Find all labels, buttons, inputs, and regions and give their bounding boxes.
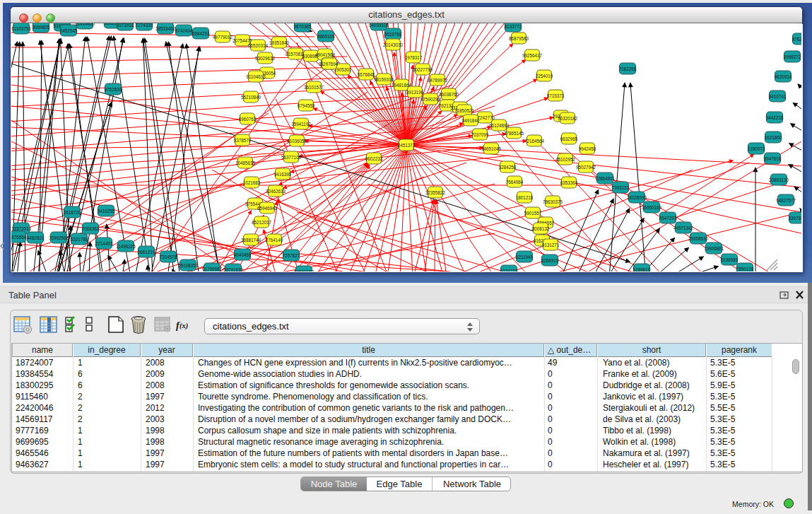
svg-text:7068362: 7068362 <box>82 226 100 231</box>
svg-text:2764149: 2764149 <box>266 238 283 243</box>
svg-text:92864801: 92864801 <box>595 176 616 181</box>
svg-text:56377105: 56377105 <box>281 155 302 160</box>
svg-text:64039108: 64039108 <box>369 23 389 28</box>
svg-text:8133772: 8133772 <box>505 24 522 29</box>
svg-text:4482603: 4482603 <box>27 235 45 240</box>
svg-text:44571342: 44571342 <box>673 226 694 230</box>
svg-text:9442218: 9442218 <box>766 115 784 120</box>
svg-text:9602233: 9602233 <box>365 156 383 161</box>
svg-text:32355822: 32355822 <box>425 190 446 195</box>
svg-text:6794558: 6794558 <box>298 103 315 108</box>
svg-text:19351840: 19351840 <box>269 40 290 45</box>
svg-text:6960763: 6960763 <box>239 117 257 122</box>
svg-text:98159316: 98159316 <box>374 77 394 82</box>
svg-text:36101577: 36101577 <box>304 85 324 90</box>
svg-text:20893130: 20893130 <box>769 177 789 182</box>
svg-text:26958530: 26958530 <box>688 236 709 241</box>
svg-text:76992568: 76992568 <box>49 235 69 240</box>
svg-text:8947818: 8947818 <box>764 156 782 161</box>
svg-text:50227799: 50227799 <box>413 67 433 72</box>
svg-text:2214493: 2214493 <box>95 241 113 246</box>
svg-text:91104613: 91104613 <box>246 74 266 79</box>
svg-text:45102952: 45102952 <box>555 157 576 162</box>
svg-text:6211949: 6211949 <box>516 255 534 259</box>
svg-text:1621800: 1621800 <box>765 135 782 140</box>
svg-text:9131271: 9131271 <box>542 243 560 247</box>
svg-text:9942458: 9942458 <box>579 146 596 151</box>
svg-text:20754475: 20754475 <box>233 38 253 43</box>
svg-text:6353364: 6353364 <box>560 180 578 185</box>
svg-text:3410255: 3410255 <box>98 209 115 214</box>
svg-text:5378570: 5378570 <box>234 138 252 143</box>
svg-text:(x): (x) <box>180 322 188 330</box>
svg-text:3397658: 3397658 <box>789 216 801 221</box>
svg-text:8762825: 8762825 <box>792 37 801 42</box>
svg-text:61414460: 61414460 <box>75 23 95 26</box>
svg-text:94827577: 94827577 <box>776 198 796 203</box>
svg-text:35941192: 35941192 <box>291 122 311 127</box>
svg-text:8752528: 8752528 <box>105 87 122 92</box>
svg-text:3297694: 3297694 <box>321 62 339 66</box>
svg-text:3284258: 3284258 <box>499 165 517 170</box>
svg-text:8491840: 8491840 <box>462 118 480 123</box>
svg-text:95027942: 95027942 <box>576 165 596 170</box>
svg-text:38533462: 38533462 <box>155 26 176 31</box>
svg-text:2451372: 2451372 <box>398 143 416 148</box>
svg-text:6998272: 6998272 <box>784 54 801 59</box>
svg-text:1021683: 1021683 <box>243 180 261 185</box>
svg-text:6266919: 6266919 <box>541 258 559 263</box>
svg-text:37865145: 37865145 <box>504 131 524 136</box>
svg-text:97590296: 97590296 <box>420 97 441 102</box>
svg-text:6632965: 6632965 <box>560 136 578 141</box>
svg-text:7876554: 7876554 <box>11 235 27 240</box>
svg-text:11496325: 11496325 <box>116 244 136 249</box>
svg-text:59791639: 59791639 <box>223 267 244 272</box>
svg-text:8410741: 8410741 <box>769 94 787 99</box>
svg-text:76320182: 76320182 <box>558 116 578 121</box>
svg-text:5519768: 5519768 <box>384 32 402 37</box>
svg-text:1390973: 1390973 <box>748 146 765 151</box>
svg-text:78630375: 78630375 <box>543 199 563 204</box>
svg-text:7257827: 7257827 <box>283 253 300 258</box>
svg-text:5321788: 5321788 <box>71 237 88 242</box>
svg-text:6224739: 6224739 <box>500 269 518 272</box>
svg-text:9416395: 9416395 <box>274 172 292 177</box>
svg-text:8008132: 8008132 <box>532 226 550 231</box>
svg-text:49041568: 49041568 <box>315 52 336 57</box>
svg-text:33372013: 33372013 <box>11 226 31 231</box>
svg-text:86879583: 86879583 <box>509 36 529 41</box>
svg-text:7037099: 7037099 <box>471 132 489 137</box>
svg-text:6661219: 6661219 <box>138 250 155 255</box>
svg-text:28228930: 28228930 <box>627 195 647 200</box>
svg-text:69589152: 69589152 <box>294 269 314 272</box>
svg-text:85212017: 85212017 <box>252 220 272 225</box>
svg-text:7082268: 7082268 <box>619 66 637 71</box>
svg-text:20143030: 20143030 <box>383 42 404 47</box>
svg-text:4040458: 4040458 <box>234 252 252 257</box>
svg-text:84789973: 84789973 <box>428 78 448 83</box>
svg-text:99256417: 99256417 <box>522 53 543 58</box>
svg-text:73906881: 73906881 <box>704 246 724 251</box>
svg-text:36038760: 36038760 <box>439 92 459 97</box>
svg-text:36881744: 36881744 <box>241 238 261 243</box>
svg-text:7393151: 7393151 <box>612 185 630 190</box>
svg-text:1801218: 1801218 <box>516 195 534 200</box>
svg-text:9870385: 9870385 <box>294 24 312 29</box>
svg-text:55210849: 55210849 <box>241 95 261 100</box>
svg-text:4620914: 4620914 <box>775 74 792 79</box>
svg-text:32462633: 32462633 <box>266 189 286 194</box>
svg-text:2452545: 2452545 <box>60 28 78 33</box>
svg-text:61103753: 61103753 <box>11 26 31 31</box>
svg-text:3999805: 3999805 <box>33 25 50 30</box>
svg-text:5576848: 5576848 <box>358 72 375 77</box>
svg-text:6684233: 6684233 <box>192 31 210 36</box>
svg-text:5189616: 5189616 <box>633 267 651 272</box>
svg-text:72164564: 72164564 <box>524 139 545 144</box>
svg-text:8073933: 8073933 <box>117 23 134 28</box>
svg-text:53029632: 53029632 <box>255 56 276 61</box>
svg-text:7324578: 7324578 <box>160 255 177 259</box>
svg-text:8742404: 8742404 <box>175 28 193 33</box>
svg-text:3913196: 3913196 <box>406 90 424 95</box>
svg-text:34651045: 34651045 <box>481 146 502 151</box>
svg-text:71850521: 71850521 <box>454 108 475 113</box>
